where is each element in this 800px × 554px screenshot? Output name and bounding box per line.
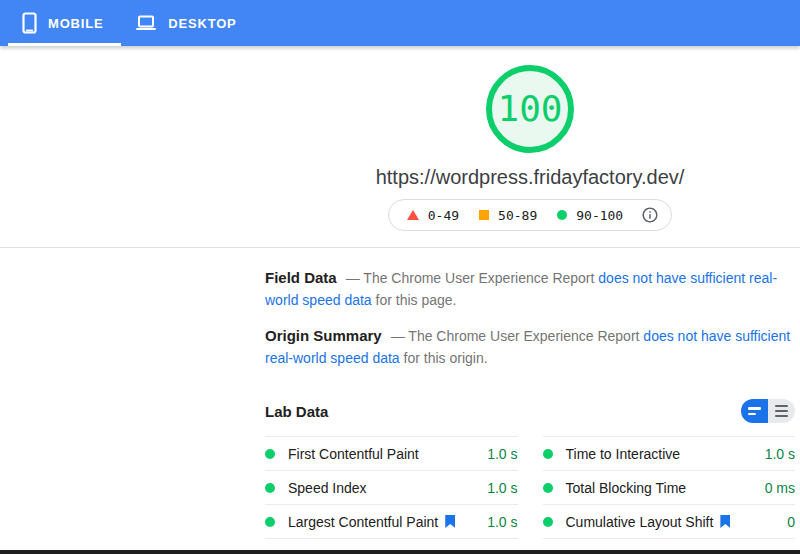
legend-range-good: 90-100 <box>576 208 623 223</box>
bookmark-icon <box>720 515 730 528</box>
analyzed-url: https://wordpress.fridayfactory.dev/ <box>265 166 795 189</box>
metric-row-cls: Cumulative Layout Shift 0 <box>543 505 796 539</box>
good-status-icon <box>265 449 275 459</box>
field-data-heading: Field Data <box>265 269 337 286</box>
legend-item-good: 90-100 <box>557 208 623 223</box>
legend-item-average: 50-89 <box>479 208 537 223</box>
metric-value: 1.0 s <box>765 446 795 462</box>
field-data-paragraph: Field Data— The Chrome User Experience R… <box>265 267 795 311</box>
tab-desktop[interactable]: DESKTOP <box>121 0 254 46</box>
metric-row-fcp: First Contentful Paint 1.0 s <box>265 437 518 471</box>
good-status-icon <box>543 483 553 493</box>
field-data-text-before: The Chrome User Experience Report <box>363 270 594 286</box>
legend-range-average: 50-89 <box>498 208 537 223</box>
legend-item-poor: 0-49 <box>407 208 459 223</box>
metric-row-tti: Time to Interactive 1.0 s <box>543 437 796 471</box>
performance-score-gauge: 100 <box>486 65 574 153</box>
score-legend: 0-49 50-89 90-100 <box>388 199 672 231</box>
origin-summary-text-after: for this origin. <box>404 350 488 366</box>
origin-summary-dash: — <box>391 328 405 344</box>
good-status-icon <box>543 517 553 527</box>
poor-triangle-icon <box>407 210 419 220</box>
metric-row-tbt: Total Blocking Time 0 ms <box>543 471 796 505</box>
tab-mobile[interactable]: MOBILE <box>8 0 121 46</box>
info-icon[interactable] <box>641 206 659 224</box>
metric-row-lcp: Largest Contentful Paint 1.0 s <box>265 505 518 539</box>
metric-label: Cumulative Layout Shift <box>566 514 714 530</box>
laptop-icon <box>135 14 157 32</box>
tab-desktop-label: DESKTOP <box>168 16 236 31</box>
field-data-dash: — <box>346 270 360 286</box>
summary-view-button[interactable] <box>741 399 768 423</box>
origin-summary-text-before: The Chrome User Experience Report <box>408 328 639 344</box>
average-square-icon <box>479 210 489 220</box>
origin-summary-paragraph: Origin Summary— The Chrome User Experien… <box>265 325 795 369</box>
good-status-icon <box>265 483 275 493</box>
metric-value: 1.0 s <box>487 446 517 462</box>
device-tab-bar: MOBILE DESKTOP <box>0 0 800 46</box>
metric-label: First Contentful Paint <box>288 446 419 462</box>
legend-range-poor: 0-49 <box>428 208 459 223</box>
expanded-view-button[interactable] <box>768 399 795 423</box>
score-section: 100 https://wordpress.fridayfactory.dev/… <box>0 65 800 248</box>
metric-value: 0 ms <box>765 480 795 496</box>
metric-value: 1.0 s <box>487 480 517 496</box>
metric-label: Largest Contentful Paint <box>288 514 438 530</box>
bookmark-icon <box>445 515 455 528</box>
metrics-column-left: First Contentful Paint 1.0 s Speed Index… <box>265 436 518 539</box>
origin-summary-heading: Origin Summary <box>265 327 382 344</box>
metric-label: Total Blocking Time <box>566 480 687 496</box>
good-circle-icon <box>557 210 567 220</box>
metric-label: Speed Index <box>288 480 367 496</box>
metric-value: 1.0 s <box>487 514 517 530</box>
metric-value: 0 <box>787 514 795 530</box>
tab-mobile-label: MOBILE <box>48 16 103 31</box>
metric-label: Time to Interactive <box>566 446 681 462</box>
field-data-text-after: for this page. <box>376 292 457 308</box>
lab-data-metrics: First Contentful Paint 1.0 s Speed Index… <box>265 436 795 539</box>
smartphone-icon <box>22 12 37 34</box>
lab-data-heading: Lab Data <box>265 403 328 420</box>
performance-score-value: 100 <box>497 91 562 127</box>
window-bottom-edge <box>0 550 800 554</box>
metrics-column-right: Time to Interactive 1.0 s Total Blocking… <box>543 436 796 539</box>
metric-row-speed-index: Speed Index 1.0 s <box>265 471 518 505</box>
lab-data-view-toggle <box>741 399 795 423</box>
good-status-icon <box>265 517 275 527</box>
good-status-icon <box>543 449 553 459</box>
